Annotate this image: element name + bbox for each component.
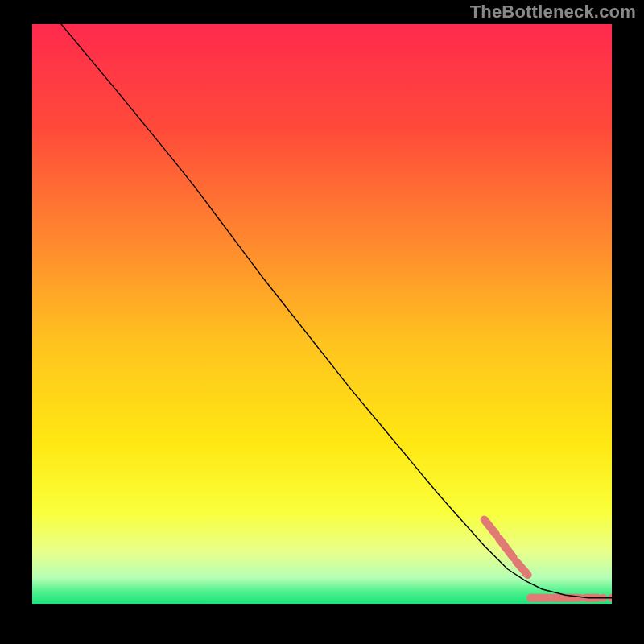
gradient-background xyxy=(32,24,612,604)
marker-dot xyxy=(522,570,530,578)
marker-dot xyxy=(576,594,584,602)
watermark-text: TheBottleneck.com xyxy=(470,2,636,23)
plot-area xyxy=(32,24,612,604)
marker-dot xyxy=(547,594,555,602)
chart-frame: TheBottleneck.com xyxy=(0,0,644,644)
plot-svg xyxy=(32,24,612,604)
